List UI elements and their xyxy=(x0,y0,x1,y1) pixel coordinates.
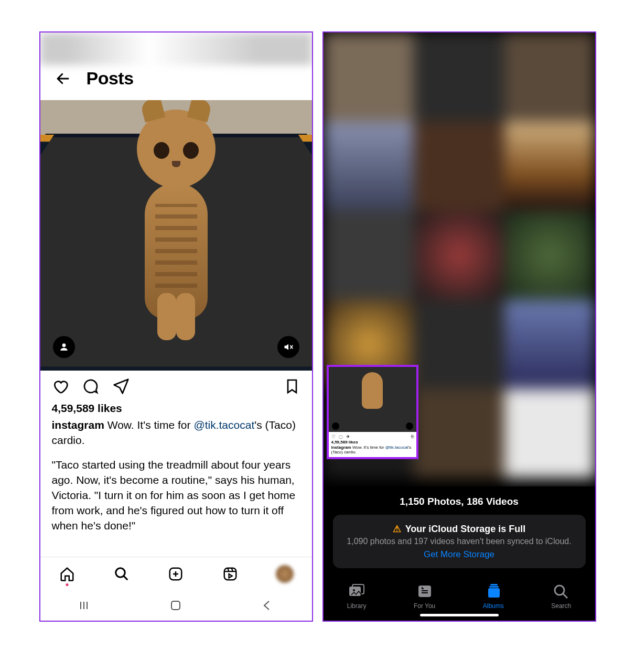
sys-home[interactable] xyxy=(170,600,181,611)
svg-rect-10 xyxy=(489,586,499,588)
like-button[interactable] xyxy=(52,378,69,397)
tab-albums-label: Albums xyxy=(483,602,504,610)
caption-lead: Wow. It's time for xyxy=(104,419,194,431)
svg-point-1 xyxy=(116,568,125,577)
thumb-likes: 4,59,589 likes xyxy=(331,440,414,445)
mute-button[interactable] xyxy=(277,336,299,358)
paper-plane-icon xyxy=(113,378,130,395)
status-bar xyxy=(40,32,312,65)
svg-point-12 xyxy=(555,586,564,595)
home-indicator[interactable] xyxy=(420,614,499,616)
speaker-muted-icon xyxy=(283,342,294,352)
foryou-icon xyxy=(416,583,433,599)
page-title: Posts xyxy=(87,68,134,89)
search-icon xyxy=(114,566,130,582)
warning-icon: ⚠︎ xyxy=(393,523,401,535)
share-button[interactable] xyxy=(113,378,130,397)
save-button[interactable] xyxy=(284,378,300,397)
cat-graphic xyxy=(126,110,226,330)
svg-rect-9 xyxy=(488,588,500,598)
likes-count[interactable]: 4,59,589 likes xyxy=(40,400,312,418)
svg-point-0 xyxy=(62,343,66,347)
svg-rect-4 xyxy=(171,601,180,610)
person-tag-icon xyxy=(59,342,69,352)
caption-mention[interactable]: @tik.tacocat xyxy=(193,419,254,431)
banner-title: Your iCloud Storage is Full xyxy=(405,524,526,535)
sys-recents[interactable] xyxy=(80,600,91,611)
post-video[interactable] xyxy=(40,100,312,371)
tab-albums[interactable]: Albums xyxy=(483,583,504,610)
photos-screen: ♡◌✈⎘ 4,59,589 likes instagram Wow. It's … xyxy=(322,31,596,622)
get-more-storage-link[interactable]: Get More Storage xyxy=(342,549,576,560)
thumb-preview xyxy=(329,367,416,432)
tagged-people-button[interactable] xyxy=(53,336,75,358)
posts-header: Posts xyxy=(40,65,312,100)
home-icon xyxy=(59,566,75,582)
comment-button[interactable] xyxy=(82,378,99,397)
tab-library-label: Library xyxy=(347,602,367,610)
tab-foryou-label: For You xyxy=(414,602,435,610)
comment-icon xyxy=(82,378,99,395)
sys-back[interactable] xyxy=(261,600,272,611)
post-actions xyxy=(40,371,312,400)
profile-avatar-icon xyxy=(276,565,294,583)
nav-reels[interactable] xyxy=(221,565,239,583)
caption-username[interactable]: instagram xyxy=(52,419,104,431)
library-icon xyxy=(348,583,365,599)
reels-icon xyxy=(222,566,238,582)
nav-new-post[interactable] xyxy=(167,565,185,583)
android-nav-bar xyxy=(40,590,312,621)
tab-search-label: Search xyxy=(551,602,571,610)
instagram-screen: Posts 4,59,589 likes instag xyxy=(39,31,313,622)
photo-grid[interactable]: ♡◌✈⎘ 4,59,589 likes instagram Wow. It's … xyxy=(324,32,595,486)
nav-profile[interactable] xyxy=(276,565,294,583)
thumb-caption: ♡◌✈⎘ 4,59,589 likes instagram Wow. It's … xyxy=(329,432,416,457)
albums-icon xyxy=(485,583,502,599)
heart-icon xyxy=(52,378,69,395)
photo-count: 1,150 Photos, 186 Videos xyxy=(324,486,595,515)
highlighted-screenshot-thumb[interactable]: ♡◌✈⎘ 4,59,589 likes instagram Wow. It's … xyxy=(327,365,418,459)
back-button[interactable] xyxy=(54,70,72,88)
tab-search[interactable]: Search xyxy=(551,583,571,610)
banner-body: 1,090 photos and 197 videos haven't been… xyxy=(342,537,576,546)
icloud-storage-banner: ⚠︎Your iCloud Storage is Full 1,090 phot… xyxy=(333,515,586,568)
new-post-icon xyxy=(168,566,184,582)
search-tab-icon xyxy=(553,583,569,599)
svg-point-7 xyxy=(353,589,355,591)
post-caption: instagram Wow. It's time for @tik.tacoca… xyxy=(40,418,312,543)
nav-search[interactable] xyxy=(113,565,131,583)
tab-library[interactable]: Library xyxy=(347,583,367,610)
svg-rect-11 xyxy=(490,584,498,586)
instagram-nav xyxy=(40,557,312,590)
tab-foryou[interactable]: For You xyxy=(414,583,435,610)
svg-rect-3 xyxy=(224,568,236,580)
bookmark-icon xyxy=(284,378,300,395)
caption-body: "Taco started using the treadmill about … xyxy=(52,458,300,534)
back-arrow-icon xyxy=(55,71,71,86)
nav-home-badge xyxy=(66,583,69,586)
nav-home[interactable] xyxy=(58,565,76,583)
